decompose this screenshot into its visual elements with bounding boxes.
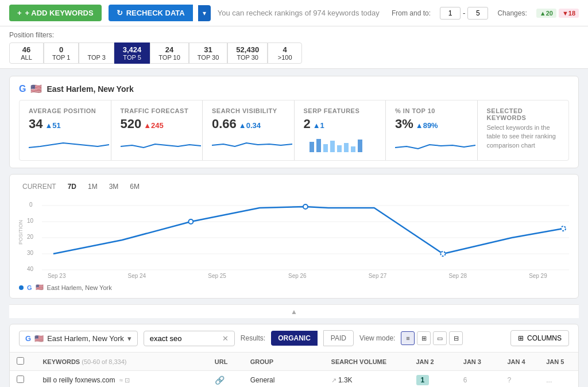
row-checkbox[interactable]: [17, 376, 24, 383]
columns-button[interactable]: ⊞ COLUMNS: [510, 330, 569, 346]
col-jan4[interactable]: JAN 4: [501, 353, 540, 371]
search-input[interactable]: [150, 334, 219, 343]
col-keywords[interactable]: KEYWORDS (50-60 of 8,334): [36, 353, 207, 371]
collapse-bar[interactable]: ▲: [9, 304, 579, 318]
metric-visibility-value: 0.66 ▲0.34: [212, 117, 285, 131]
filter-top10[interactable]: 24TOP 10: [150, 42, 189, 64]
metric-traffic-value: 520 ▲245: [121, 117, 194, 131]
tab-1m[interactable]: 1M: [84, 181, 101, 192]
location-name: East Harlem, New York: [47, 84, 133, 94]
view-icons: ≡ ⊞ ▭ ⊟: [401, 331, 463, 345]
select-all-checkbox[interactable]: [17, 357, 24, 365]
jan3-cell: 6: [457, 371, 501, 388]
filter-over100[interactable]: 4>100: [268, 42, 302, 64]
metric-top10-title: % IN TOP 10: [395, 107, 468, 114]
position-filters-bar: Position filters: 46ALL 0TOP 1 TOP 3 3,4…: [0, 26, 588, 69]
view-compact-icon[interactable]: ▭: [433, 331, 447, 345]
metric-avg-position: AVERAGE POSITION 34 ▲51: [20, 100, 111, 160]
svg-rect-1: [316, 139, 321, 152]
sparkline-traffic: [121, 136, 194, 153]
view-list-icon[interactable]: ≡: [401, 331, 415, 345]
sparkline-serp: [304, 136, 377, 153]
filter-top30b[interactable]: 52,430TOP 30: [227, 42, 268, 64]
metric-traffic: TRAFFIC FORECAST 520 ▲245: [111, 100, 203, 160]
col-volume[interactable]: SEARCH VOLUME: [324, 353, 409, 371]
col-url[interactable]: URL: [208, 353, 243, 371]
view-detail-icon[interactable]: ⊟: [449, 331, 463, 345]
group-cell: General: [243, 371, 324, 388]
clear-search-icon[interactable]: ✕: [222, 334, 229, 343]
range-dash: -: [463, 9, 465, 17]
location-select[interactable]: G 🇺🇸 East Harlem, New York ▾: [19, 331, 138, 346]
to-input[interactable]: [467, 7, 488, 20]
svg-text:Sep 28: Sep 28: [448, 273, 467, 279]
refresh-icon: ↻: [117, 9, 123, 17]
metric-serp-value: 2 ▲1: [304, 117, 377, 131]
url-link-icon[interactable]: 🔗: [215, 376, 225, 385]
add-keywords-button[interactable]: + + ADD KEYWORDS: [9, 5, 102, 21]
svg-text:Sep 29: Sep 29: [529, 273, 547, 279]
table-row: bill o reilly foxnews.com ≈ ⊡ 🔗 General …: [10, 371, 578, 388]
recheck-data-button[interactable]: ↻ RECHECK DATA: [109, 5, 193, 21]
metric-avg-title: AVERAGE POSITION: [29, 107, 102, 114]
organic-button[interactable]: ORGANIC: [271, 331, 318, 346]
columns-icon: ⊞: [518, 334, 524, 342]
metrics-section: G 🇺🇸 East Harlem, New York AVERAGE POSIT…: [9, 76, 579, 168]
main-content: G 🇺🇸 East Harlem, New York AVERAGE POSIT…: [0, 69, 588, 387]
col-checkbox: [10, 353, 36, 371]
svg-rect-0: [310, 142, 314, 152]
svg-point-29: [561, 226, 566, 231]
g-icon-select: G: [25, 334, 31, 343]
svg-text:Sep 23: Sep 23: [48, 273, 66, 279]
google-legend-g: G: [27, 284, 32, 291]
filters-label: Position filters:: [9, 31, 579, 39]
tab-3m[interactable]: 3M: [106, 181, 122, 192]
location-header: G 🇺🇸 East Harlem, New York: [19, 83, 569, 94]
svg-text:40: 40: [27, 266, 34, 272]
svg-text:Sep 27: Sep 27: [369, 273, 387, 279]
from-to-range: -: [440, 7, 488, 20]
tab-6m[interactable]: 6M: [126, 181, 143, 192]
main-toolbar: + + ADD KEYWORDS ↻ RECHECK DATA ▾ You ca…: [0, 0, 588, 26]
legend-dot: [19, 285, 24, 290]
tab-7d[interactable]: 7D: [64, 181, 80, 192]
from-input[interactable]: [440, 7, 461, 20]
filter-top1[interactable]: 0TOP 1: [44, 42, 79, 64]
svg-point-26: [188, 219, 193, 224]
svg-rect-7: [358, 140, 362, 152]
svg-rect-6: [351, 146, 355, 152]
metric-selected-title: SELECTED KEYWORDS: [487, 107, 560, 121]
col-group[interactable]: GROUP: [243, 353, 324, 371]
svg-text:Sep 25: Sep 25: [208, 273, 226, 279]
col-jan2[interactable]: JAN 2: [409, 353, 457, 371]
view-grid-icon[interactable]: ⊞: [417, 331, 431, 345]
changes-badges: ▲20 ▼18: [536, 9, 579, 18]
sparkline-avg: [29, 136, 102, 153]
flag-select: 🇺🇸: [34, 334, 44, 343]
filter-top3[interactable]: TOP 3: [79, 42, 114, 64]
keyword-icons: ≈ ⊡: [119, 377, 130, 384]
svg-text:POSITION: POSITION: [19, 220, 24, 245]
filter-top30a[interactable]: 31TOP 30: [189, 42, 228, 64]
changes-up-badge: ▲20: [536, 9, 556, 18]
svg-text:Sep 26: Sep 26: [288, 273, 307, 279]
legend-flag: 🇺🇸: [36, 284, 44, 291]
metric-avg-value: 34 ▲51: [29, 117, 102, 131]
col-jan5[interactable]: JAN 5: [539, 353, 578, 371]
metric-visibility-title: SEARCH VISIBILITY: [212, 107, 285, 114]
recheck-dropdown-button[interactable]: ▾: [198, 5, 211, 21]
col-jan3[interactable]: JAN 3: [457, 353, 501, 371]
tab-current[interactable]: CURRENT: [19, 181, 60, 192]
metrics-row: AVERAGE POSITION 34 ▲51 TRAFFIC FORECAST: [19, 100, 569, 161]
paid-button[interactable]: PAID: [323, 330, 354, 346]
filter-all[interactable]: 46ALL: [9, 42, 44, 64]
jan4-cell: ?: [501, 371, 540, 388]
metric-serp-title: SERP FEATURES: [304, 107, 377, 114]
filter-top5[interactable]: 3,424TOP 5: [114, 42, 150, 64]
svg-text:20: 20: [27, 234, 34, 240]
recheck-info: You can recheck rankings of 974 keywords…: [218, 9, 380, 17]
svg-rect-2: [323, 144, 328, 152]
svg-rect-5: [344, 143, 349, 152]
keywords-table: KEYWORDS (50-60 of 8,334) URL GROUP SEAR…: [10, 353, 578, 387]
svg-text:30: 30: [27, 250, 34, 256]
